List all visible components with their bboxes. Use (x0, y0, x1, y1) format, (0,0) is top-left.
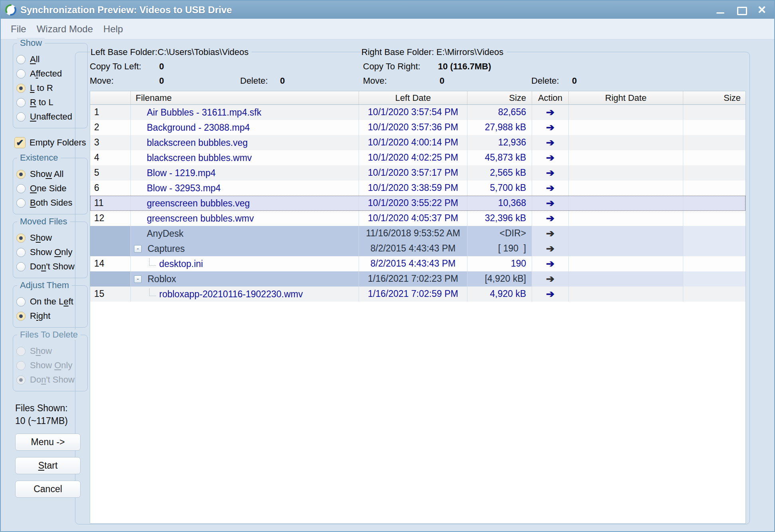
radio-show-2[interactable]: L to R (16, 81, 85, 95)
left-base-folder-value: C:\Users\Tobias\Videos (157, 46, 252, 58)
table-row[interactable]: 14 desktop.ini 8/2/2015 4:43:43 PM 190 ➔ (90, 256, 745, 271)
row-number: 11 (90, 196, 131, 211)
size-cell: 190 (467, 256, 532, 271)
group-label: Adjust Them (17, 280, 72, 291)
filename-text: Background - 23088.mp4 (147, 120, 250, 135)
radio-label: Affected (30, 69, 62, 79)
sync-app-icon (5, 4, 17, 16)
right-date-cell (569, 150, 683, 165)
radio-icon (16, 170, 26, 179)
group-label: Existence (17, 153, 61, 163)
radio-icon (16, 98, 26, 107)
radio-existence-2[interactable]: Both Sides (16, 196, 85, 210)
sidebar: ShowAllAffectedL to RR to LUnaffected ✔ … (13, 43, 88, 498)
copy-to-left-label: Copy To Left: (90, 61, 141, 73)
column-header-right-date[interactable]: Right Date (569, 91, 683, 104)
action-cell: ➔ (532, 211, 569, 226)
action-cell: ➔ (532, 226, 569, 241)
left-date-cell: 10/1/2020 4:00:14 PM (359, 135, 467, 150)
checkbox-check-icon: ✔ (14, 137, 26, 148)
radio-moved-files-1[interactable]: Show Only (16, 245, 85, 259)
radio-moved-files-2[interactable]: Don't Show (16, 259, 85, 274)
row-number (90, 271, 131, 287)
column-header-size[interactable]: Size (467, 91, 532, 104)
column-header-left-date[interactable]: Left Date (359, 91, 467, 104)
table-row[interactable]: 11 greenscreen bubbles.veg 10/1/2020 3:5… (90, 196, 745, 211)
minimize-icon[interactable] (715, 6, 726, 14)
collapse-expander-icon[interactable]: - (134, 245, 142, 253)
window-title: Synchronization Preview: Videos to USB D… (20, 4, 715, 16)
close-icon[interactable]: ✕ (757, 6, 767, 14)
radio-show-0[interactable]: All (16, 52, 85, 67)
radio-icon (16, 234, 26, 243)
arrow-right-icon: ➔ (546, 182, 554, 193)
column-header-action[interactable]: Action (532, 91, 569, 104)
radio-label: Unaffected (30, 112, 72, 122)
table-row[interactable]: 2 Background - 23088.mp4 10/1/2020 3:57:… (90, 120, 745, 135)
action-cell: ➔ (532, 196, 569, 211)
table-row[interactable]: 1 Air Bubbles - 31611.mp4.sfk 10/1/2020 … (90, 105, 745, 120)
radio-label: One Side (30, 183, 67, 194)
menu-button-label: Menu -> (31, 437, 65, 447)
menubar: File Wizard Mode Help (1, 19, 774, 39)
table-row[interactable]: -Captures 8/2/2015 4:43:43 PM [ 190 ] ➔ (90, 241, 745, 256)
group-label: Moved Files (17, 216, 70, 227)
right-date-cell (569, 165, 683, 181)
action-cell: ➔ (532, 256, 569, 271)
radio-label: Show All (30, 169, 63, 179)
left-date-cell: 11/16/2018 9:53:52 AM (359, 226, 467, 241)
radio-label: L to R (30, 83, 53, 93)
radio-label: Right (30, 311, 50, 321)
radio-existence-0[interactable]: Show All (16, 167, 85, 181)
filename-text: Air Bubbles - 31611.mp4.sfk (147, 105, 261, 120)
menu-item-wizard-mode[interactable]: Wizard Mode (32, 24, 98, 35)
radio-moved-files-0[interactable]: Show (16, 231, 85, 245)
maximize-icon[interactable] (736, 6, 746, 14)
column-header-num[interactable] (90, 91, 131, 104)
left-date-cell: 10/1/2020 3:38:59 PM (359, 181, 467, 196)
radio-existence-1[interactable]: One Side (16, 181, 85, 196)
table-row[interactable]: AnyDesk 11/16/2018 9:53:52 AM <DIR> ➔ (90, 226, 745, 241)
copy-to-right-value: 10 (116.7MB) (438, 61, 491, 73)
table-row[interactable]: 4 blackscreen bubbles.wmv 10/1/2020 4:02… (90, 150, 745, 165)
table-row[interactable]: -Roblox 1/16/2021 7:02:23 PM [4,920 kB] … (90, 271, 745, 287)
radio-label: Show (30, 233, 52, 243)
right-size-cell (683, 226, 745, 241)
table-row[interactable]: 12 greenscreen bubbles.wmv 10/1/2020 4:0… (90, 211, 745, 226)
filename-cell: blackscreen bubbles.veg (131, 135, 359, 150)
empty-folders-checkbox[interactable]: ✔ Empty Folders (14, 135, 88, 150)
radio-adjust-them-1[interactable]: Right (16, 309, 85, 323)
right-size-cell (683, 135, 745, 150)
radio-adjust-them-0[interactable]: On the Left (16, 294, 85, 309)
size-cell: 82,656 (467, 105, 532, 120)
table-row[interactable]: 3 blackscreen bubbles.veg 10/1/2020 4:00… (90, 135, 745, 150)
filename-cell: -Captures (131, 241, 359, 256)
radio-show-4[interactable]: Unaffected (16, 110, 85, 124)
file-table: FilenameLeft DateSizeActionRight DateSiz… (90, 91, 746, 524)
table-row[interactable]: 6 Blow - 32953.mp4 10/1/2020 3:38:59 PM … (90, 181, 745, 196)
menu-item-file[interactable]: File (6, 24, 32, 35)
column-header-filename[interactable]: Filename (131, 91, 359, 104)
cancel-button[interactable]: Cancel (15, 481, 81, 498)
right-date-cell (569, 135, 683, 150)
radio-show-3[interactable]: R to L (16, 95, 85, 110)
delete-right-label: Delete: (531, 75, 559, 87)
radio-show-1[interactable]: Affected (16, 67, 85, 81)
files-shown-label: Files Shown: (15, 402, 88, 414)
table-row[interactable]: 5 Blow - 1219.mp4 10/1/2020 3:57:17 PM 2… (90, 165, 745, 181)
size-cell: [4,920 kB] (467, 271, 532, 287)
menu-item-help[interactable]: Help (98, 24, 128, 35)
right-date-cell (569, 105, 683, 120)
radio-icon (16, 112, 26, 122)
radio-label: Show Only (30, 247, 72, 257)
move-right-value: 0 (440, 75, 444, 87)
column-header-size[interactable]: Size (683, 91, 745, 104)
collapse-expander-icon[interactable]: - (134, 275, 142, 283)
left-date-cell: 10/1/2020 4:05:37 PM (359, 211, 467, 226)
right-size-cell (683, 287, 745, 302)
menu-button[interactable]: Menu -> (15, 434, 81, 451)
table-row[interactable]: 15 robloxapp-20210116-1902230.wmv 1/16/2… (90, 287, 745, 302)
right-size-cell (683, 271, 745, 287)
start-button[interactable]: Start (15, 457, 81, 474)
radio-icon (16, 69, 26, 79)
